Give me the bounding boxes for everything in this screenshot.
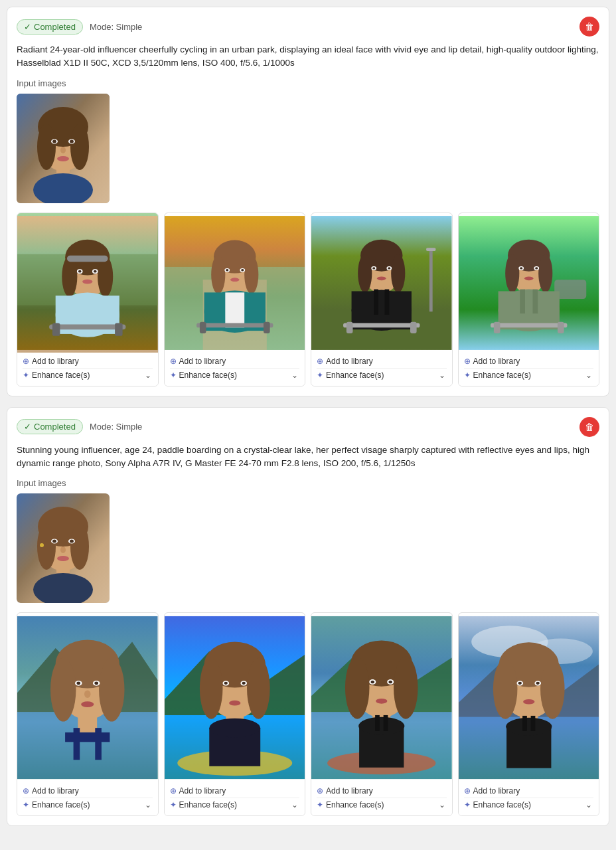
add-to-library-btn-2-4[interactable]: ⊕ Add to library <box>464 786 520 796</box>
add-to-library-btn-1-2[interactable]: ⊕ Add to library <box>170 357 226 366</box>
svg-point-43 <box>241 269 244 271</box>
svg-rect-66 <box>410 321 417 333</box>
svg-rect-39 <box>225 292 244 327</box>
output-item-2-3: ⊕ Add to library ✦ Enhance face(s) ⌄ <box>311 612 453 816</box>
enhance-chevron-2-2[interactable]: ⌄ <box>290 800 299 809</box>
enhance-chevron-1-1[interactable]: ⌄ <box>143 371 153 380</box>
svg-point-72 <box>538 254 552 292</box>
svg-point-111 <box>76 681 80 685</box>
output-actions-2-3: ⊕ Add to library ✦ Enhance face(s) ⌄ <box>311 782 452 815</box>
input-label-1: Input images <box>17 78 599 88</box>
enhance-chevron-1-3[interactable]: ⌄ <box>437 371 447 380</box>
enhance-btn-1-2[interactable]: ✦ Enhance face(s) <box>170 371 237 380</box>
add-label-1-3: Add to library <box>326 357 373 366</box>
output-item-2-2: ⊕ Add to library ✦ Enhance face(s) ⌄ <box>164 612 306 816</box>
enhance-btn-2-3[interactable]: ✦ Enhance face(s) <box>317 800 384 809</box>
card-1-header: ✓ Completed Mode: Simple 🗑 <box>17 17 599 37</box>
svg-point-17 <box>62 256 77 297</box>
add-to-library-btn-2-2[interactable]: ⊕ Add to library <box>170 786 226 796</box>
svg-point-95 <box>70 540 74 543</box>
enhance-btn-1-3[interactable]: ✦ Enhance face(s) <box>317 371 384 380</box>
svg-rect-46 <box>199 321 206 333</box>
svg-point-11 <box>60 147 66 153</box>
enhance-icon-1-4: ✦ <box>464 371 471 380</box>
svg-rect-83 <box>493 321 500 333</box>
svg-point-139 <box>394 656 418 719</box>
svg-point-26 <box>82 279 92 284</box>
enhance-btn-1-4[interactable]: ✦ Enhance face(s) <box>464 371 531 380</box>
svg-rect-47 <box>264 321 270 333</box>
svg-point-3 <box>37 124 56 170</box>
svg-point-123 <box>247 657 270 719</box>
svg-rect-109 <box>65 732 110 742</box>
svg-point-167 <box>536 682 539 685</box>
enhance-chevron-2-4[interactable]: ⌄ <box>584 800 593 809</box>
action-row-add-1-4: ⊕ Add to library <box>464 357 594 366</box>
svg-point-149 <box>376 699 387 704</box>
svg-point-78 <box>520 267 522 269</box>
svg-point-54 <box>391 254 405 292</box>
svg-point-80 <box>535 267 538 269</box>
enhance-btn-1-1[interactable]: ✦ Enhance face(s) <box>23 371 90 380</box>
add-to-library-btn-1-3[interactable]: ⊕ Add to library <box>317 357 373 366</box>
svg-point-157 <box>493 659 517 719</box>
svg-point-44 <box>230 278 239 282</box>
delete-button-1[interactable]: 🗑 <box>579 17 599 37</box>
input-label-2: Input images <box>17 478 599 488</box>
svg-point-93 <box>52 540 56 543</box>
enhance-btn-2-1[interactable]: ✦ Enhance face(s) <box>23 800 90 809</box>
enhance-btn-2-2[interactable]: ✦ Enhance face(s) <box>170 800 237 809</box>
add-label-2-4: Add to library <box>473 786 520 796</box>
add-to-library-btn-1-1[interactable]: ⊕ Add to library <box>23 357 79 366</box>
svg-point-25 <box>94 270 97 272</box>
enhance-icon-1-1: ✦ <box>23 371 29 380</box>
enhance-chevron-1-4[interactable]: ⌄ <box>584 371 593 380</box>
svg-rect-27 <box>49 324 125 329</box>
action-row-add-2-2: ⊕ Add to library <box>170 786 300 796</box>
check-icon-2: ✓ <box>24 422 31 432</box>
svg-point-97 <box>60 547 66 553</box>
card-2-header-left: ✓ Completed Mode: Simple <box>17 419 142 434</box>
action-row-enhance-1-2: ✦ Enhance face(s) ⌄ <box>170 371 300 380</box>
svg-rect-82 <box>491 323 567 327</box>
output-actions-1-3: ⊕ Add to library ✦ Enhance face(s) ⌄ <box>311 353 452 386</box>
svg-point-98 <box>57 556 69 561</box>
status-label-1: Completed <box>34 22 76 32</box>
svg-point-114 <box>84 690 91 698</box>
enhance-label-1-3: Enhance face(s) <box>326 371 384 380</box>
add-to-library-btn-2-3[interactable]: ⊕ Add to library <box>317 786 373 796</box>
output-actions-1-2: ⊕ Add to library ✦ Enhance face(s) ⌄ <box>165 353 305 386</box>
add-icon-2-4: ⊕ <box>464 786 471 796</box>
svg-point-126 <box>209 719 260 738</box>
action-row-add-1-1: ⊕ Add to library <box>23 357 153 366</box>
svg-point-146 <box>371 681 375 683</box>
svg-point-4 <box>70 124 89 170</box>
svg-point-130 <box>242 682 245 685</box>
enhance-chevron-1-2[interactable]: ⌄ <box>290 371 299 380</box>
add-icon-2-2: ⊕ <box>170 786 177 796</box>
enhance-label-1-1: Enhance face(s) <box>32 371 90 380</box>
action-row-enhance-2-1: ✦ Enhance face(s) ⌄ <box>23 800 153 809</box>
delete-button-2[interactable]: 🗑 <box>579 417 599 437</box>
svg-rect-76 <box>532 289 538 313</box>
add-label-2-3: Add to library <box>326 786 373 796</box>
svg-rect-163 <box>530 716 535 731</box>
enhance-btn-2-4[interactable]: ✦ Enhance face(s) <box>464 800 531 809</box>
svg-rect-65 <box>346 321 353 333</box>
enhance-chevron-2-1[interactable]: ⌄ <box>143 800 153 809</box>
action-row-enhance-2-2: ✦ Enhance face(s) ⌄ <box>170 800 300 809</box>
enhance-icon-2-2: ✦ <box>170 800 177 809</box>
add-label-2-1: Add to library <box>32 786 79 796</box>
enhance-icon-2-3: ✦ <box>317 800 323 809</box>
enhance-chevron-2-3[interactable]: ⌄ <box>437 800 447 809</box>
add-to-library-btn-2-1[interactable]: ⊕ Add to library <box>23 786 79 796</box>
prompt-text-2: Stunning young influencer, age 24, paddl… <box>17 444 599 471</box>
add-to-library-btn-1-4[interactable]: ⊕ Add to library <box>464 357 520 366</box>
status-badge-2: ✓ Completed <box>17 419 83 434</box>
mode-badge-1: Mode: Simple <box>90 22 142 32</box>
output-grid-1: ⊕ Add to library ✦ Enhance face(s) ⌄ <box>17 212 599 386</box>
card-1: ✓ Completed Mode: Simple 🗑 Radiant 24-ye… <box>7 7 609 396</box>
output-actions-1-1: ⊕ Add to library ✦ Enhance face(s) ⌄ <box>17 353 158 386</box>
action-row-enhance-2-4: ✦ Enhance face(s) ⌄ <box>464 800 594 809</box>
add-icon-2-3: ⊕ <box>317 786 323 796</box>
